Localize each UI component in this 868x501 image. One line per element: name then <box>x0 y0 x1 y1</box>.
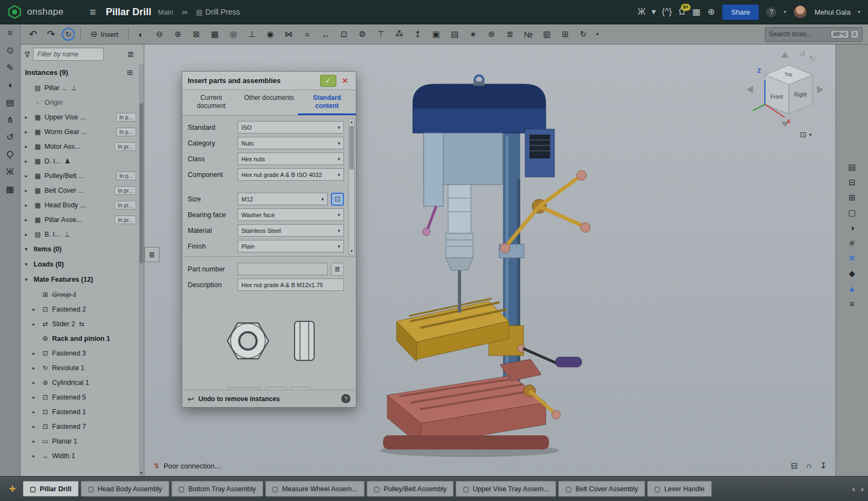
parts-icon[interactable]: ⊟ <box>848 178 856 186</box>
features-list-icon[interactable]: ≡ <box>8 29 12 37</box>
view-cube[interactable]: ↻ ↺ Top Front Right Z X <box>741 49 828 130</box>
mate-item[interactable]: ▸ ⇄ Slider 2 ⇆ <box>21 316 144 331</box>
anchor-icon[interactable]: ⊥ <box>245 27 259 41</box>
hamburger-icon[interactable]: ≡ <box>90 6 96 18</box>
rotate-icon[interactable]: ↻ <box>576 27 590 41</box>
printer-icon[interactable]: ⊟ <box>791 461 798 471</box>
tools-icon[interactable]: ∗ <box>466 27 480 41</box>
dropdown[interactable]: ISO ▾ <box>238 121 344 134</box>
chevron-right-icon[interactable]: ▸ <box>33 395 39 400</box>
document-tab[interactable]: ▢ Upper Vise Tray Assem... <box>456 481 556 497</box>
chevron-right-icon[interactable]: ▸ <box>25 144 31 149</box>
crop-icon[interactable]: # <box>850 239 854 247</box>
tree-item[interactable]: ▤ Pillar ... ⊥ <box>21 80 144 95</box>
chevron-right-icon[interactable]: ▸ <box>25 217 31 223</box>
chevron-right-icon[interactable]: ▸ <box>33 307 39 312</box>
accept-button[interactable]: ✓ <box>320 75 336 87</box>
workspace-name[interactable]: Main <box>158 8 173 16</box>
tree-item[interactable]: ▸ ▦ Head Body ... In pr... <box>21 198 144 212</box>
book-icon[interactable]: ▤ <box>448 27 462 41</box>
display-icon[interactable]: ▢ <box>848 208 856 217</box>
gear-icon[interactable]: ⚙ <box>355 27 369 41</box>
chevron-right-icon[interactable]: ▸ <box>33 365 39 371</box>
chevron-right-icon[interactable]: ▸ <box>25 158 31 164</box>
explode-icon[interactable]: ◆ <box>849 269 856 277</box>
section-mate-features[interactable]: ▾ Mate Features (12) <box>21 272 144 287</box>
boxes-icon[interactable]: ⊞ <box>558 27 572 41</box>
onshape-logo[interactable] <box>8 5 22 19</box>
sphere-plus-icon[interactable]: ⊕ <box>171 27 185 41</box>
mate-item[interactable]: ▸ ⊚ Cylindrical 1 <box>21 375 144 390</box>
sheet-icon[interactable]: ▥ <box>540 27 554 41</box>
layers-icon[interactable]: ≡ <box>850 300 854 308</box>
dropdown[interactable]: Washer face ▾ <box>238 208 344 221</box>
scrollbar-thumb[interactable] <box>139 103 143 263</box>
mate-item[interactable]: ▸ ▭ Planar 1 <box>21 434 144 448</box>
route-icon[interactable]: ≈ <box>300 27 314 41</box>
chevron-right-icon[interactable]: ▸ <box>25 202 31 208</box>
chevron-right-icon[interactable]: ▸ <box>33 409 39 415</box>
close-button[interactable]: × <box>340 75 350 86</box>
dialog-help-icon[interactable]: ? <box>341 394 350 403</box>
insert-confirm-button[interactable]: Insert <box>227 387 261 390</box>
scroll-up-arrow[interactable]: ▲ <box>349 119 354 125</box>
sphere-icon[interactable]: ◎ <box>226 27 240 41</box>
mate-item[interactable]: ⊞ Group 1 <box>21 287 144 302</box>
scroll-down-arrow[interactable]: ▼ <box>139 471 144 475</box>
mate-item[interactable]: ▸ ↻ Revolute 1 <box>21 360 144 375</box>
document-tab[interactable]: ▢ Lever Handle <box>647 481 712 497</box>
dropdown[interactable]: Hex nuts ▾ <box>238 153 344 165</box>
search-tools-input[interactable] <box>769 30 827 38</box>
mate-item[interactable]: ▸ ⊡ Fastened 5 <box>21 390 144 404</box>
section-items[interactable]: ▾ Items (0) <box>21 242 144 257</box>
tree-item[interactable]: ▸ ▦ Pillar Asse... In pr... <box>21 212 144 227</box>
dropdown[interactable]: Plain ▾ <box>238 240 344 252</box>
export-icon[interactable]: ↥ <box>411 27 425 41</box>
document-tab[interactable]: ▢ Bottom Tray Assembly <box>171 481 263 497</box>
mate-item[interactable]: ⚙ Rack and pinion 1 <box>21 331 144 346</box>
instances-header[interactable]: Instances (9) ⊞ <box>21 64 144 80</box>
appearance-icon[interactable]: ▲ <box>848 284 856 293</box>
document-tab[interactable]: ▢ Head Body Assembly <box>81 481 169 497</box>
list-icon[interactable]: ≣ <box>127 49 134 59</box>
link-icon[interactable]: ∞ <box>182 8 187 16</box>
document-tab[interactable]: ▢ Measure Wheel Assem... <box>265 481 365 497</box>
chevron-right-icon[interactable]: ▸ <box>33 453 39 459</box>
tree-item[interactable]: ◦ Origin <box>21 95 144 110</box>
clock-icon[interactable]: ↺ <box>7 133 14 142</box>
cylinder-icon[interactable]: ⊖ <box>152 27 167 41</box>
box-icon[interactable]: ⊠ <box>189 27 203 41</box>
redo-icon[interactable]: ↷ <box>44 27 58 41</box>
dialog-scrollbar[interactable]: ▲ ▼ <box>348 118 355 255</box>
document-tab[interactable]: ▢ Belt Cover Assembly <box>558 481 645 497</box>
pin-icon[interactable]: ⊤ <box>374 27 388 41</box>
mate-item[interactable]: ▸ ⊡ Fastened 1 <box>21 404 144 419</box>
caret-down-icon[interactable]: ▾ <box>858 9 860 15</box>
tree-item[interactable]: ▸ ▦ D. I... ♟ <box>21 154 144 168</box>
versions-icon[interactable]: ⋔ <box>7 116 14 124</box>
chevron-right-icon[interactable]: ▸ <box>25 173 31 179</box>
insert-nut-option-2[interactable] <box>291 387 311 390</box>
dropdown[interactable]: Nuts ▾ <box>238 137 344 149</box>
search-tools[interactable]: alt/~cc <box>765 27 863 42</box>
part-number-input[interactable] <box>238 263 328 275</box>
chevron-right-icon[interactable]: ▸ <box>33 439 39 444</box>
panel-scrollbar[interactable]: ▼ <box>139 64 144 476</box>
numeric-icon[interactable]: № <box>521 27 535 41</box>
scroll-down-arrow[interactable]: ▼ <box>349 248 354 255</box>
mate-item[interactable]: ▸ ↔ Width 1 <box>21 448 144 463</box>
mate-item[interactable]: ▸ ⊡ Fastened 7 <box>21 419 144 434</box>
dialog-tab[interactable]: Standard content <box>298 90 356 115</box>
document-tab[interactable]: ▢ Pulley/Belt Assembly <box>367 481 454 497</box>
bom-icon[interactable]: ▤ <box>848 163 856 171</box>
section-icon[interactable]: ◑ <box>850 224 854 232</box>
globe-icon[interactable]: ⊕ <box>707 8 714 16</box>
mate-item[interactable]: ▸ ⊡ Fastened 2 <box>21 302 144 316</box>
notes-icon[interactable]: ▤ <box>6 98 14 107</box>
tree-item[interactable]: ▸ ▤ B. I... ⊥ <box>21 227 144 242</box>
chevron-right-icon[interactable]: ▸ <box>25 115 31 120</box>
frame-icon[interactable]: ⊡ <box>337 27 351 41</box>
tree-item[interactable]: ▸ ▦ Motor Ass... In pr... <box>21 139 144 154</box>
placemark-icon[interactable]: ⊙ <box>7 46 14 55</box>
caret-down-icon[interactable]: ▾ <box>594 27 601 41</box>
